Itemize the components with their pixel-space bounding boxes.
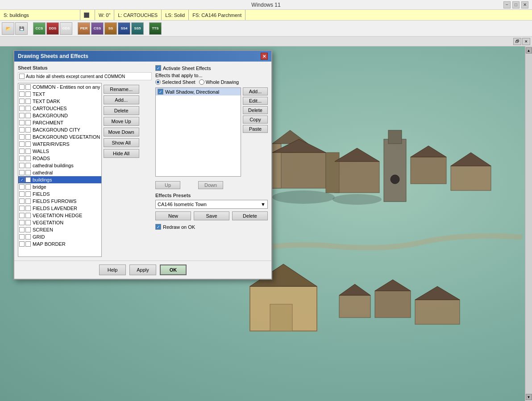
sheet-row-roads[interactable]: ROADS [18, 155, 101, 162]
add-sheet-button[interactable]: Add... [104, 95, 139, 104]
sheet-cb1-bridge[interactable] [19, 184, 25, 190]
sheet-cb2-cathedral-bldgs[interactable] [25, 163, 31, 168]
sheet-cb2-water[interactable] [25, 141, 31, 147]
sheet-cb1-bg-city[interactable] [19, 127, 25, 132]
delete-effect-button[interactable]: Delete [243, 106, 268, 114]
sheet-cb1-text-dark[interactable] [19, 99, 25, 104]
sheet-cb2-veg-hedge[interactable] [25, 213, 31, 218]
sheet-cb1-common[interactable] [19, 84, 25, 90]
sheet-cb2-parchment[interactable] [25, 120, 31, 125]
sheet-list[interactable]: COMMON - Entities not on anyTEXTTEXT DAR… [18, 83, 102, 257]
save-button[interactable]: 💾 [15, 22, 28, 35]
sheet-cb1-buildings[interactable] [19, 177, 25, 182]
scroll-down-button[interactable]: ▼ [526, 394, 532, 400]
sheet-cb2-common[interactable] [25, 84, 31, 90]
close-button[interactable]: ✕ [521, 1, 528, 8]
ok-button[interactable]: OK [160, 265, 187, 275]
add-effect-button[interactable]: Add... [243, 87, 268, 95]
sheet-row-fields-lavender[interactable]: FIELDS LAVENDER [18, 205, 101, 212]
selected-sheet-radio[interactable] [155, 79, 161, 85]
sheet-cb1-map-border[interactable] [19, 241, 25, 247]
sheet-row-bg-veg[interactable]: BACKGROUND VEGETATION [18, 133, 101, 141]
sub-close-button[interactable]: ✕ [522, 38, 530, 45]
sub-restore-button[interactable]: 🗗 [513, 38, 521, 45]
sheet-row-common[interactable]: COMMON - Entities not on any [18, 83, 101, 91]
sheet-cb2-buildings[interactable] [25, 177, 31, 182]
open-button[interactable]: 📂 [2, 22, 14, 35]
apply-button[interactable]: Apply [129, 265, 156, 275]
sheet-cb2-bg-veg[interactable] [25, 134, 31, 140]
sheet-cb1-parchment[interactable] [19, 120, 25, 125]
dialog-close-button[interactable]: ✕ [261, 53, 268, 60]
sheet-cb2-roads[interactable] [25, 156, 31, 161]
sheet-row-cathedral[interactable]: cathedral [18, 169, 101, 176]
sheet-row-text[interactable]: TEXT [18, 91, 101, 98]
sheet-row-walls[interactable]: WALLS [18, 148, 101, 155]
sheet-cb2-fields-furrows[interactable] [25, 198, 31, 204]
delete-preset-button[interactable]: Delete [232, 211, 268, 220]
rename-button[interactable]: Rename... [104, 85, 139, 94]
sheet-cb1-bg-veg[interactable] [19, 134, 25, 140]
hide-all-button[interactable]: Hide All [104, 149, 139, 158]
move-down-button[interactable]: Move Down [104, 128, 139, 136]
edit-effect-button[interactable]: Edit... [243, 97, 268, 105]
css-button[interactable]: CSS [91, 22, 104, 35]
sheet-cb2-fields-lavender[interactable] [25, 206, 31, 211]
ss5-button[interactable]: SS5 [131, 22, 144, 35]
whole-drawing-radio-item[interactable]: Whole Drawing [199, 79, 239, 85]
redraw-checkbox[interactable] [155, 224, 161, 230]
sheet-row-grid[interactable]: GRID [18, 233, 101, 240]
sheet-row-vegetation[interactable]: VEGETATION [18, 219, 101, 226]
sheet-row-fields[interactable]: FIELDS [18, 190, 101, 198]
sheet-cb1-fields-furrows[interactable] [19, 198, 25, 204]
effect-checkbox[interactable] [158, 89, 163, 95]
effect-item[interactable]: Wall Shadow, Directional [156, 88, 241, 95]
auto-hide-checkbox[interactable] [19, 74, 25, 79]
delete-sheet-button[interactable]: Delete [104, 106, 139, 115]
sheet-cb2-bg-city[interactable] [25, 127, 31, 132]
per-button[interactable]: PER [78, 22, 90, 35]
scroll-up-button[interactable]: ▲ [526, 47, 532, 54]
activate-effects-checkbox[interactable] [155, 65, 161, 71]
sheet-row-bg-city[interactable]: BACKGROUND CITY [18, 126, 101, 133]
show-all-button[interactable]: Show All [104, 138, 139, 147]
new-preset-button[interactable]: New [155, 211, 191, 220]
paste-effect-button[interactable]: Paste [243, 125, 268, 133]
dds-button[interactable]: DDS [46, 22, 59, 35]
sheet-cb2-bridge[interactable] [25, 184, 31, 190]
sheet-cb1-background[interactable] [19, 113, 25, 118]
save-preset-button[interactable]: Save [194, 211, 229, 220]
sheet-cb1-vegetation[interactable] [19, 220, 25, 225]
effect-down-button[interactable]: Down [198, 181, 223, 189]
sheet-row-fields-furrows[interactable]: FIELDS FURROWS [18, 198, 101, 205]
sheet-cb1-cathedral[interactable] [19, 170, 25, 175]
sheet-row-map-border[interactable]: MAP BORDER [18, 240, 101, 248]
sheet-row-bridge[interactable]: bridge [18, 183, 101, 190]
sheet-cb2-text[interactable] [25, 91, 31, 97]
help-button[interactable]: Help [99, 265, 126, 275]
sheet-row-text-dark[interactable]: TEXT DARK [18, 98, 101, 105]
sheet-cb2-fields[interactable] [25, 191, 31, 197]
sheet-cb1-walls[interactable] [19, 149, 25, 154]
auto-hide-row[interactable]: Auto hide all sheets except current and … [18, 72, 152, 80]
effects-list[interactable]: Wall Shadow, Directional [155, 87, 241, 177]
sheet-cb1-screen[interactable] [19, 227, 25, 232]
sheet-cb1-text[interactable] [19, 91, 25, 97]
copy-effect-button[interactable]: Copy [243, 116, 268, 124]
sheet-cb1-roads[interactable] [19, 156, 25, 161]
sheet-cb1-fields-lavender[interactable] [19, 206, 25, 211]
sheet-cb1-cathedral-bldgs[interactable] [19, 163, 25, 168]
sheet-row-buildings[interactable]: buildings [18, 176, 101, 183]
sheet-cb1-fields[interactable] [19, 191, 25, 197]
sheet-cb1-veg-hedge[interactable] [19, 213, 25, 218]
ss4-button[interactable]: SS4 [118, 22, 130, 35]
right-scrollbar[interactable]: ▲ ▼ [525, 46, 532, 401]
sheet-row-cartouches[interactable]: CARTOUCHES [18, 105, 101, 112]
sheet-cb2-text-dark[interactable] [25, 99, 31, 104]
sheet-row-screen[interactable]: SCREEN [18, 226, 101, 233]
move-up-button[interactable]: Move Up [104, 117, 139, 126]
sheet-cb1-cartouches[interactable] [19, 106, 25, 111]
ccs-button[interactable]: CCS [33, 22, 46, 35]
sheet-cb2-vegetation[interactable] [25, 220, 31, 225]
minimize-button[interactable]: − [503, 1, 511, 8]
